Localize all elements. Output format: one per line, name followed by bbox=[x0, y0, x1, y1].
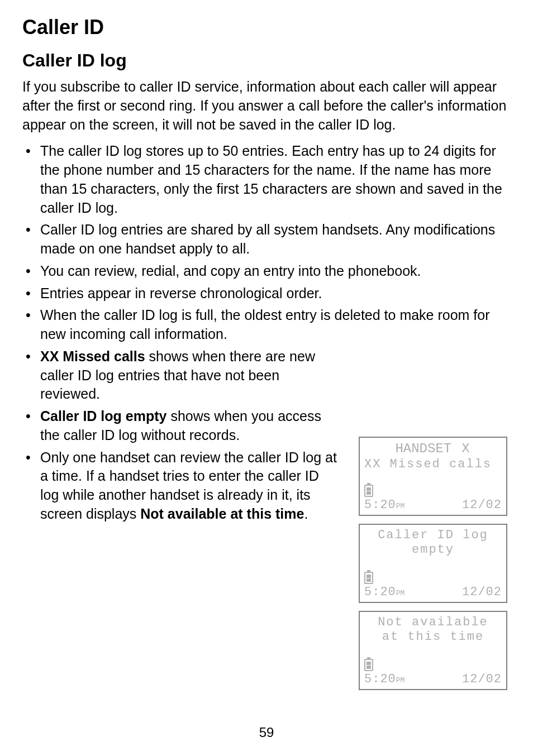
lcd-time: 5:20PM bbox=[364, 585, 404, 600]
list-item: You can review, redial, and copy an entr… bbox=[25, 262, 511, 281]
lcd-date: 12/02 bbox=[462, 585, 502, 600]
section-subtitle: Caller ID log bbox=[22, 50, 511, 71]
battery-icon bbox=[364, 659, 373, 671]
lcd-screen-not-available: Not available at this time 5:20PM 12/02 bbox=[359, 611, 507, 690]
battery-icon bbox=[364, 485, 373, 497]
lcd-date: 12/02 bbox=[462, 672, 502, 687]
list-item: Entries appear in reverse chronological … bbox=[25, 284, 511, 303]
lcd-text: Caller ID log bbox=[378, 528, 488, 543]
list-item-text: . bbox=[304, 506, 308, 521]
list-item: XX Missed calls shows when there are new… bbox=[25, 347, 337, 404]
lcd-text: at this time bbox=[382, 630, 484, 644]
bold-label: Not available at this time bbox=[140, 506, 304, 521]
bold-label: Caller ID log empty bbox=[40, 408, 166, 424]
page-title: Caller ID bbox=[22, 16, 511, 39]
lcd-time: 5:20PM bbox=[364, 498, 404, 513]
lcd-text: empty bbox=[412, 543, 454, 557]
battery-icon bbox=[364, 572, 373, 584]
lcd-text: X bbox=[461, 441, 470, 457]
lcd-text: Not available bbox=[378, 615, 488, 630]
lcd-date: 12/02 bbox=[462, 498, 502, 513]
lcd-screen-missed-calls: HANDSET X XX Missed calls 5:20PM 12/02 bbox=[359, 437, 507, 516]
bold-label: XX Missed calls bbox=[40, 348, 145, 364]
lcd-screen-log-empty: Caller ID log empty 5:20PM 12/02 bbox=[359, 524, 507, 603]
list-item: Caller ID log entries are shared by all … bbox=[25, 221, 511, 259]
page-number: 59 bbox=[0, 725, 533, 740]
lcd-screens-column: HANDSET X XX Missed calls 5:20PM 12/02 C… bbox=[359, 437, 507, 690]
lcd-time: 5:20PM bbox=[364, 672, 404, 687]
lcd-text: XX Missed calls bbox=[364, 457, 492, 472]
list-item: The caller ID log stores up to 50 entrie… bbox=[25, 142, 511, 217]
list-item: Only one handset can review the caller I… bbox=[25, 448, 337, 524]
list-item: Caller ID log empty shows when you acces… bbox=[25, 407, 337, 445]
list-item: When the caller ID log is full, the olde… bbox=[25, 306, 511, 344]
intro-paragraph: If you subscribe to caller ID service, i… bbox=[22, 78, 511, 134]
lcd-text: HANDSET bbox=[395, 441, 451, 457]
